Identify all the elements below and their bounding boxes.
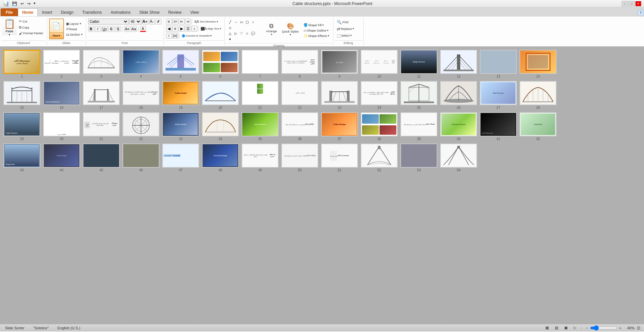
shape-arrow[interactable]: → (233, 19, 239, 25)
format-painter-button[interactable]: 🖌 Format Painter (17, 31, 45, 36)
bullet-list-button[interactable]: ≡ (166, 18, 172, 25)
slide-thumb-9[interactable]: سازه پل (321, 50, 358, 74)
tab-file[interactable]: File (1, 8, 18, 16)
slide-thumb-46[interactable] (122, 143, 159, 168)
status-view-label[interactable]: Slide Sorter (3, 325, 27, 331)
align-center-button[interactable]: ≡ (172, 26, 178, 32)
qat-redo[interactable]: ↪ (26, 1, 32, 7)
shape-outline-dropdown[interactable]: ▾ (327, 29, 328, 32)
slide-thumb-38[interactable] (361, 112, 398, 136)
tab-design[interactable]: Design (57, 8, 78, 16)
justify-button[interactable]: ☰ (185, 26, 191, 32)
slide-thumb-53[interactable] (400, 143, 437, 168)
slide-thumb-17[interactable] (83, 81, 120, 105)
normal-view-btn[interactable]: ▦ (543, 325, 551, 331)
convert-smartart-button[interactable]: 🔷 Convert to SmartArt ▾ (180, 33, 213, 38)
slide-thumb-15[interactable] (3, 81, 40, 105)
slide-sorter-btn[interactable]: ▤ (552, 325, 561, 331)
paste-dropdown[interactable]: ▾ (9, 33, 10, 36)
replace-dropdown[interactable]: ▾ (353, 27, 354, 30)
tab-transitions[interactable]: Transitions (78, 8, 106, 16)
arrange-dropdown[interactable]: ▾ (271, 33, 272, 36)
slide-thumb-21[interactable]: Stadium (242, 81, 279, 105)
slide-thumb-2[interactable]: فهرست مطالب • مقدمه‌ای بر کابل‌ها • انوا… (43, 50, 80, 74)
close-button[interactable]: ✕ (635, 1, 641, 6)
shape-outline-button[interactable]: ▭ Shape Outline ▾ (302, 28, 330, 33)
slide-thumb-54[interactable] (440, 143, 477, 168)
bold-button[interactable]: B (88, 26, 94, 32)
numbered-list-button[interactable]: 1≡ (172, 18, 178, 25)
increase-indent-button[interactable]: ⇒ (185, 18, 191, 25)
slide-thumb-5[interactable] (162, 50, 199, 74)
slide-thumb-19[interactable]: Cable Detail (162, 81, 199, 105)
slide-thumb-43[interactable]: Bridge View (3, 143, 40, 168)
slide-thumb-6[interactable] (202, 50, 239, 74)
slide-thumb-29[interactable]: Cable Structure (3, 112, 40, 136)
quick-styles-button[interactable]: 🎨 Quick Styles ▾ (281, 19, 300, 39)
slide-thumb-50[interactable]: جزئیات سازه اتصالات و جزئیات اجرایی سیست… (281, 143, 318, 168)
slide-thumb-45[interactable] (83, 143, 120, 168)
fit-slide-btn[interactable]: ⊡ (636, 326, 641, 330)
smartart-dropdown[interactable]: ▾ (210, 34, 212, 37)
font-spacing-button[interactable]: Aa (124, 26, 130, 32)
text-direction-button[interactable]: ⇅A Text Direction ▾ (193, 19, 219, 24)
shape-line[interactable]: ╱ (227, 19, 233, 25)
shadow-button[interactable]: S (115, 26, 121, 32)
status-language-label[interactable]: English (U.S.) (55, 325, 83, 331)
slide-thumb-1[interactable]: سیستم‌های کابلی ابزارهای معماری (3, 50, 40, 74)
paste-button[interactable]: 📋 Paste ▾ (2, 18, 17, 36)
tab-animations[interactable]: Animations (106, 8, 135, 16)
distribute-button[interactable]: |≡| (172, 33, 178, 39)
qat-undo[interactable]: ↩ (19, 1, 25, 7)
slide-thumb-48[interactable]: Illuminated Bridge (202, 143, 239, 168)
find-button[interactable]: 🔍 Find (335, 19, 350, 25)
slide-thumb-4[interactable]: پل کابلی معاصر (122, 50, 159, 74)
shape-effects-button[interactable]: ✨ Shape Effects ▾ (302, 33, 330, 38)
slide-thumb-24[interactable]: خواص مصالح مقاومت کششی فولاد در کابل‌های… (361, 81, 398, 105)
slide-thumb-47[interactable]: ◉ (162, 143, 199, 168)
tab-view[interactable]: View (186, 8, 203, 16)
slide-thumb-11[interactable]: Bridge Structure (400, 50, 437, 74)
slide-thumb-13[interactable] (480, 50, 517, 74)
tab-insert[interactable]: Insert (38, 8, 57, 16)
zoom-out-btn[interactable]: − (584, 326, 588, 330)
slide-thumb-33[interactable]: Modern Design (162, 112, 199, 136)
decrease-indent-button[interactable]: ⇐ (179, 18, 185, 25)
shape-rounded[interactable]: ▢ (245, 19, 250, 25)
reading-view-btn[interactable]: ▣ (562, 325, 570, 331)
decrease-font-button[interactable]: A- (149, 18, 155, 25)
quick-styles-dropdown[interactable]: ▾ (290, 33, 291, 36)
copy-button[interactable]: ⧉ Copy (17, 25, 45, 30)
minimize-button[interactable]: ─ (622, 1, 628, 6)
shape-tri[interactable]: △ (227, 31, 233, 36)
slide-thumb-7[interactable] (242, 50, 279, 74)
slide-thumb-12[interactable] (440, 50, 477, 74)
shape-fill-dropdown[interactable]: ▾ (322, 24, 324, 27)
new-slide-label[interactable]: New ▾ (49, 33, 64, 39)
help-button[interactable]: ? (637, 9, 644, 16)
slide-thumb-40[interactable]: Structural Analysis (440, 112, 477, 136)
slide-thumb-36[interactable]: بارگذاری کابل توزیع نیرو در سیستم‌های کا… (281, 112, 318, 136)
shape-more[interactable]: ▾ (227, 36, 233, 42)
section-button[interactable]: 🗂 Section ▾ (65, 32, 84, 37)
maximize-button[interactable]: □ (629, 1, 635, 6)
font-size-select[interactable]: 40 (129, 18, 141, 25)
align-text-dropdown[interactable]: ▾ (220, 27, 221, 30)
change-case-button[interactable]: Aa (131, 26, 137, 32)
slide-thumb-26[interactable] (440, 81, 477, 105)
text-direction-dropdown[interactable]: ▾ (217, 20, 218, 23)
shape-effects-dropdown[interactable]: ▾ (328, 34, 329, 37)
slide-thumb-3[interactable] (83, 50, 120, 74)
font-name-select[interactable]: Calibri (88, 18, 129, 25)
qat-dropdown[interactable]: ▾ (33, 1, 36, 7)
tab-review[interactable]: Review (164, 8, 186, 16)
arrange-button[interactable]: ⧉ Arrange ▾ (263, 19, 280, 39)
italic-button[interactable]: I (95, 26, 101, 32)
slide-thumb-32[interactable] (122, 112, 159, 136)
slide-thumb-51[interactable]: سیستم بام کابلی نمای سازه بام (321, 143, 358, 168)
slide-thumb-35[interactable]: Green Structure (242, 112, 279, 136)
qat-save[interactable]: 💾 (11, 1, 19, 7)
replace-button[interactable]: ⇄ Replace ▾ (335, 26, 355, 32)
tab-slideshow[interactable]: Slide Show (135, 8, 164, 16)
slide-thumb-20[interactable] (202, 81, 239, 105)
